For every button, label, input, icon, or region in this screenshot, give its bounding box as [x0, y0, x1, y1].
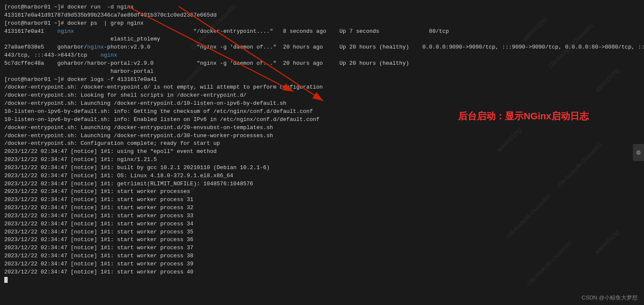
- line-16: /docker-entrypoint.sh: Launching /docker…: [4, 124, 640, 132]
- line-19: 2023/12/22 02:34:47 [notice] 1#1: using …: [4, 148, 640, 156]
- line-1: [root@harbor01 ~]# docker run -d nginx: [4, 3, 640, 12]
- line-33: 2023/12/22 02:34:47 [notice] 1#1: start …: [4, 260, 640, 268]
- line-24: 2023/12/22 02:34:47 [notice] 1#1: start …: [4, 188, 640, 196]
- line-3: [root@harbor01 ~]# docker ps | grep ngin…: [4, 20, 640, 28]
- line-35: [4, 276, 640, 285]
- line-29: 2023/12/22 02:34:47 [notice] 1#1: start …: [4, 228, 640, 236]
- line-22: 2023/12/22 02:34:47 [notice] 1#1: OS: Li…: [4, 172, 640, 180]
- line-11: /docker-entrypoint.sh: /docker-entrypoin…: [4, 83, 640, 92]
- csdn-badge: CSDN @小鲸鱼大梦想: [581, 294, 638, 302]
- line-32: 2023/12/22 02:34:47 [notice] 1#1: start …: [4, 252, 640, 260]
- line-17: /docker-entrypoint.sh: Launching /docker…: [4, 132, 640, 140]
- line-21: 2023/12/22 02:34:47 [notice] 1#1: built …: [4, 164, 640, 172]
- line-2: 4131617e0a41d91787d9d535b99b2346ca7ae86d…: [4, 12, 640, 20]
- line-7: 443/tcp, :::443->8443/tcp nginx: [4, 52, 640, 60]
- line-26: 2023/12/22 02:34:47 [notice] 1#1: start …: [4, 204, 640, 212]
- line-12: /docker-entrypoint.sh: Looking for shell…: [4, 92, 640, 100]
- line-30: 2023/12/22 02:34:47 [notice] 1#1: start …: [4, 236, 640, 244]
- line-20: 2023/12/22 02:34:47 [notice] 1#1: nginx/…: [4, 156, 640, 164]
- line-18: /docker-entrypoint.sh: Configuration com…: [4, 140, 640, 148]
- terminal: [root@harbor01 ~]# docker run -d nginx 4…: [0, 0, 644, 305]
- line-10: [root@harbor01 ~]# docker logs -f 413161…: [4, 76, 640, 84]
- line-6: 27a0aef038e5 goharbor/nginx-photon:v2.9.…: [4, 43, 640, 52]
- line-23: 2023/12/22 02:34:47 [notice] 1#1: getrli…: [4, 180, 640, 188]
- line-28: 2023/12/22 02:34:47 [notice] 1#1: start …: [4, 220, 640, 228]
- line-31: 2023/12/22 02:34:47 [notice] 1#1: start …: [4, 244, 640, 252]
- line-13: /docker-entrypoint.sh: Launching /docker…: [4, 100, 640, 108]
- line-9: harbor-portal: [4, 68, 640, 76]
- gear-icon[interactable]: ⚙: [633, 144, 644, 161]
- line-25: 2023/12/22 02:34:47 [notice] 1#1: start …: [4, 196, 640, 204]
- line-4: 4131617e0a41 nginx "/docker-entrypoint..…: [4, 28, 640, 36]
- line-27: 2023/12/22 02:34:47 [notice] 1#1: start …: [4, 212, 640, 220]
- line-5: elastic_ptolemy: [4, 35, 640, 43]
- line-34: 2023/12/22 02:34:47 [notice] 1#1: start …: [4, 268, 640, 276]
- line-8: 5c7dcffec48a goharbor/harbor-portal:v2.9…: [4, 60, 640, 68]
- annotation-label: 后台启动：显示NGinx启动日志: [458, 110, 589, 123]
